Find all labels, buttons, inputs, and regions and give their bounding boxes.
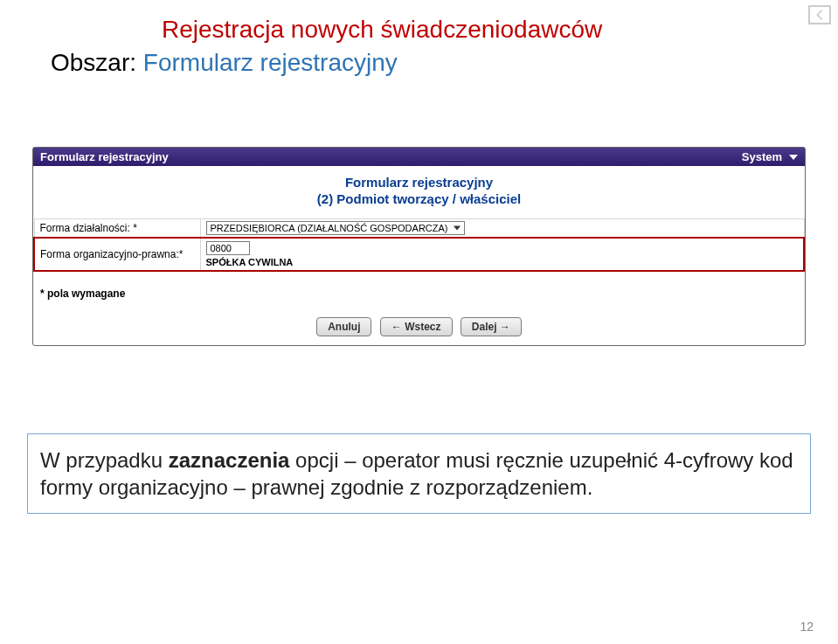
form-body-table: Forma działalności: * PRZEDSIĘBIORCA (DZ… [33, 218, 805, 272]
info-prefix: W przypadku [40, 448, 169, 472]
legalform-value-cell: 0800 SPÓŁKA CYWILNA [200, 238, 804, 271]
required-fields-note: * pola wymagane [33, 272, 805, 310]
button-row: Anuluj ← Wstecz Dalej → [33, 310, 805, 345]
next-button[interactable]: Dalej → [461, 317, 522, 336]
page-number: 12 [800, 620, 814, 634]
legalform-row: Forma organizacyjno-prawna:* 0800 SPÓŁKA… [34, 238, 804, 271]
legalform-code-input[interactable]: 0800 [206, 241, 250, 255]
activity-value-cell: PRZEDSIĘBIORCA (DZIAŁALNOŚĆ GOSPODARCZA) [200, 219, 804, 239]
panel-header-left: Formularz rejestracyjny [40, 150, 169, 163]
form-title-main: Formularz rejestracyjny [33, 175, 805, 190]
subtitle-label: Obszar: [51, 49, 143, 76]
subtitle-row: Obszar: Formularz rejestracyjny [51, 49, 812, 77]
activity-select[interactable]: PRZEDSIĘBIORCA (DZIAŁALNOŚĆ GOSPODARCZA) [206, 221, 465, 235]
form-screenshot-panel: Formularz rejestracyjny System Formularz… [32, 147, 806, 346]
activity-row: Forma działalności: * PRZEDSIĘBIORCA (DZ… [34, 219, 804, 239]
subtitle-value: Formularz rejestracyjny [143, 49, 398, 76]
panel-header-right[interactable]: System [742, 150, 798, 163]
activity-label: Forma działalności: * [34, 219, 200, 239]
slide-nav-back[interactable] [808, 5, 831, 24]
form-title-sub: (2) Podmiot tworzący / właściciel [33, 191, 805, 206]
cancel-button[interactable]: Anuluj [316, 317, 371, 336]
legalform-text: SPÓŁKA CYWILNA [206, 257, 799, 267]
page-title: Rejestracja nowych świadczeniodawców [162, 16, 602, 43]
info-box: W przypadku zaznaczenia opcji – operator… [27, 433, 811, 514]
back-button[interactable]: ← Wstecz [380, 317, 453, 336]
page-title-row: Rejestracja nowych świadczeniodawców [162, 16, 812, 44]
panel-header: Formularz rejestracyjny System [33, 148, 805, 166]
activity-select-value: PRZEDSIĘBIORCA (DZIAŁALNOŚĆ GOSPODARCZA) [211, 223, 448, 233]
nav-back-icon [814, 9, 826, 21]
info-bold: zaznaczenia [169, 448, 290, 472]
legalform-label: Forma organizacyjno-prawna:* [34, 238, 200, 271]
chevron-down-icon [789, 155, 798, 160]
form-title-block: Formularz rejestracyjny (2) Podmiot twor… [33, 166, 805, 217]
system-menu-label: System [742, 150, 782, 163]
